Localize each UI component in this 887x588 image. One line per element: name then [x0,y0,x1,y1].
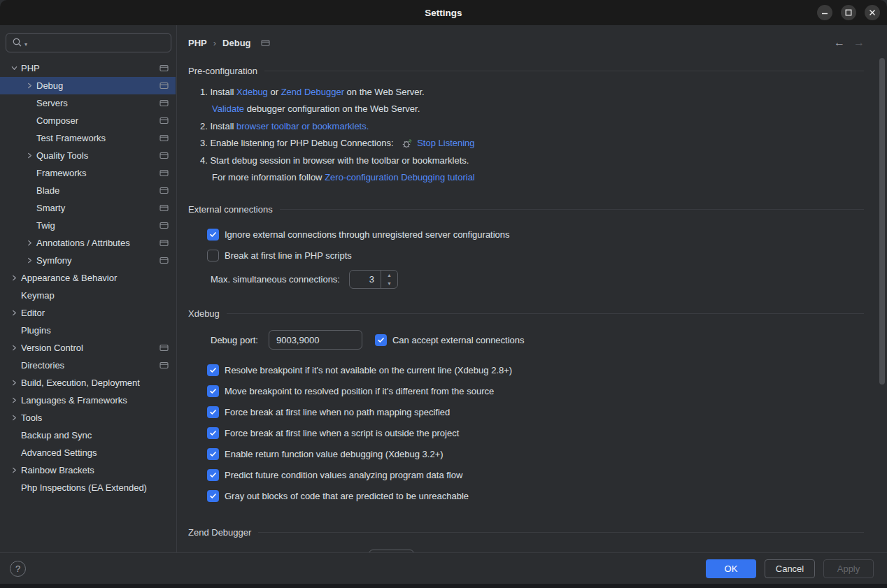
sidebar-item-label: Annotations / Attributes [36,238,130,248]
external-section-header: External connections [188,203,864,215]
xdebug-option-force-break-at-first[interactable]: Force break at first line when no path m… [207,401,864,422]
sidebar-item-version-control[interactable]: Version Control [0,339,176,357]
ok-button[interactable]: OK [706,559,756,578]
checkbox-checked-icon [207,427,219,439]
checkbox-label: Force break at first line when a script … [225,428,459,438]
sidebar-item-directories[interactable]: Directories [0,357,176,374]
checkbox-checked-icon [207,448,219,460]
xdebug-option-force-break-at-first[interactable]: Force break at first line when a script … [207,422,864,443]
xdebug-options: Resolve breakpoint if it's not available… [207,359,864,506]
breadcrumb: PHP › Debug ← → [188,31,864,55]
chevron-placeholder [8,325,20,336]
back-arrow-icon[interactable]: ← [834,36,845,49]
checkbox-checked-icon [207,364,219,376]
xdebug-port-input[interactable] [269,330,362,350]
break-first-line-checkbox[interactable]: Break at first line in PHP scripts [207,245,864,266]
dialog-buttons: OK Cancel Apply [706,559,874,578]
xdebug-option-move-breakpoint-to-resolved[interactable]: Move breakpoint to resolved position if … [207,380,864,401]
sidebar-item-build-execution-deployment[interactable]: Build, Execution, Deployment [0,374,176,392]
checkbox-unchecked-icon [207,250,219,261]
chevron-right-icon[interactable] [8,343,20,354]
sidebar-item-label: Frameworks [36,168,87,178]
search-options-chevron-icon[interactable]: ▾ [24,41,27,48]
sidebar-item-composer[interactable]: Composer [0,112,176,129]
sidebar-item-smarty[interactable]: Smarty [0,199,176,217]
chevron-placeholder [8,447,20,459]
browser-toolbar-link[interactable]: browser toolbar or bookmarklets. [236,121,369,131]
stepper-down-icon[interactable]: ▼ [381,280,397,289]
maximize-icon[interactable] [841,5,856,20]
checkbox-label: Predict future condition values analyzin… [225,470,462,480]
chevron-right-icon[interactable] [8,465,20,476]
max-connections-stepper[interactable]: 3 ▲ ▼ [349,270,398,289]
sidebar-item-test-frameworks[interactable]: Test Frameworks [0,129,176,147]
ignore-external-connections-checkbox[interactable]: Ignore external connections through unre… [207,224,864,245]
stop-listening-link[interactable]: Stop Listening [417,138,474,148]
chevron-right-icon[interactable] [8,395,20,406]
xdebug-accept-external-checkbox[interactable]: Can accept external connections [375,330,525,350]
help-icon[interactable]: ? [10,561,26,577]
sidebar-item-tools[interactable]: Tools [0,409,176,426]
breadcrumb-separator: › [213,38,216,48]
stepper-up-icon[interactable]: ▲ [381,271,397,280]
chevron-right-icon[interactable] [24,150,35,162]
breadcrumb-root[interactable]: PHP [188,38,207,48]
checkbox-checked-icon [207,229,219,241]
sidebar-item-plugins[interactable]: Plugins [0,322,176,339]
checkbox-checked-icon [207,385,219,397]
sidebar-item-label: Directories [21,360,64,371]
checkbox-label: Resolve breakpoint if it's not available… [225,365,512,375]
close-icon[interactable] [865,5,880,20]
chevron-placeholder [24,98,35,109]
validate-link[interactable]: Validate [212,103,244,114]
sidebar-item-languages-frameworks[interactable]: Languages & Frameworks [0,392,176,409]
sidebar-item-rainbow-brackets[interactable]: Rainbow Brackets [0,461,176,479]
chevron-down-icon[interactable] [8,63,20,74]
chevron-right-icon[interactable] [24,238,35,249]
help-glyph: ? [15,564,20,574]
zero-config-tutorial-link[interactable]: Zero-configuration Debugging tutorial [325,172,475,182]
sidebar-item-php-inspections-ea-extended[interactable]: Php Inspections (EA Extended) [0,479,176,496]
sidebar-item-frameworks[interactable]: Frameworks [0,164,176,182]
sidebar-item-servers[interactable]: Servers [0,94,176,112]
sidebar-item-backup-and-sync[interactable]: Backup and Sync [0,426,176,444]
footer-bar: ? OK Cancel Apply [0,552,887,584]
sidebar-item-editor[interactable]: Editor [0,304,176,322]
sidebar-item-annotations-attributes[interactable]: Annotations / Attributes [0,234,176,252]
sidebar-item-symfony[interactable]: Symfony [0,252,176,269]
sidebar-item-advanced-settings[interactable]: Advanced Settings [0,444,176,461]
chevron-right-icon[interactable] [24,80,35,92]
sidebar-item-appearance-behavior[interactable]: Appearance & Behavior [0,269,176,287]
minimize-icon[interactable] [817,5,832,20]
scope-icon [159,361,169,370]
xdebug-section-header: Xdebug [188,307,864,320]
sidebar-item-label: Smarty [36,203,65,213]
xdebug-option-resolve-breakpoint-if-it[interactable]: Resolve breakpoint if it's not available… [207,359,864,380]
cancel-button[interactable]: Cancel [765,559,815,578]
xdebug-option-predict-future-condition-values[interactable]: Predict future condition values analyzin… [207,464,864,485]
sidebar-item-label: Version Control [21,343,83,353]
sidebar-item-label: Tools [21,413,42,423]
sidebar-item-quality-tools[interactable]: Quality Tools [0,147,176,164]
sidebar-item-label: PHP [21,63,40,73]
sidebar-item-debug[interactable]: Debug [0,77,176,94]
sidebar-item-php[interactable]: PHP [0,59,176,77]
apply-button: Apply [823,559,874,578]
vertical-scrollbar[interactable] [879,58,885,385]
search-input[interactable]: ▾ [6,33,171,52]
sidebar-item-keymap[interactable]: Keymap [0,287,176,304]
xdebug-link[interactable]: Xdebug [236,87,268,97]
sidebar-item-blade[interactable]: Blade [0,182,176,199]
xdebug-option-gray-out-blocks-of[interactable]: Gray out blocks of code that are predict… [207,485,864,506]
zend-debugger-link[interactable]: Zend Debugger [281,87,344,97]
step-3-text: 3. Enable listening for PHP Debug Connec… [200,138,396,148]
chevron-right-icon[interactable] [8,378,20,389]
sidebar-item-label: Debug [36,80,63,91]
sidebar-item-twig[interactable]: Twig [0,217,176,234]
checkbox-label: Force break at first line when no path m… [225,407,450,417]
xdebug-option-enable-return-function-value[interactable]: Enable return function value debugging (… [207,443,864,464]
chevron-right-icon[interactable] [8,273,20,284]
chevron-right-icon[interactable] [24,255,35,266]
chevron-right-icon[interactable] [8,413,20,424]
chevron-right-icon[interactable] [8,308,20,319]
